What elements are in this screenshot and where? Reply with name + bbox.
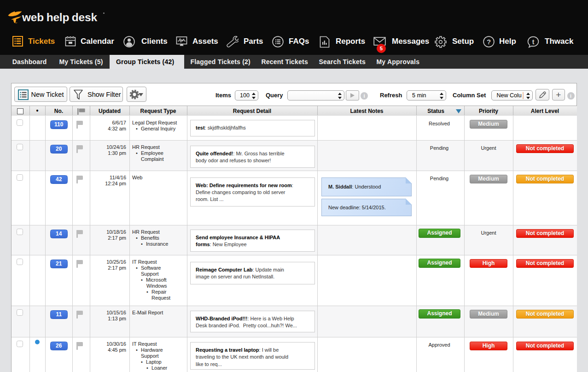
svg-text:?: ? xyxy=(487,38,491,46)
svg-text:t: t xyxy=(532,38,535,46)
